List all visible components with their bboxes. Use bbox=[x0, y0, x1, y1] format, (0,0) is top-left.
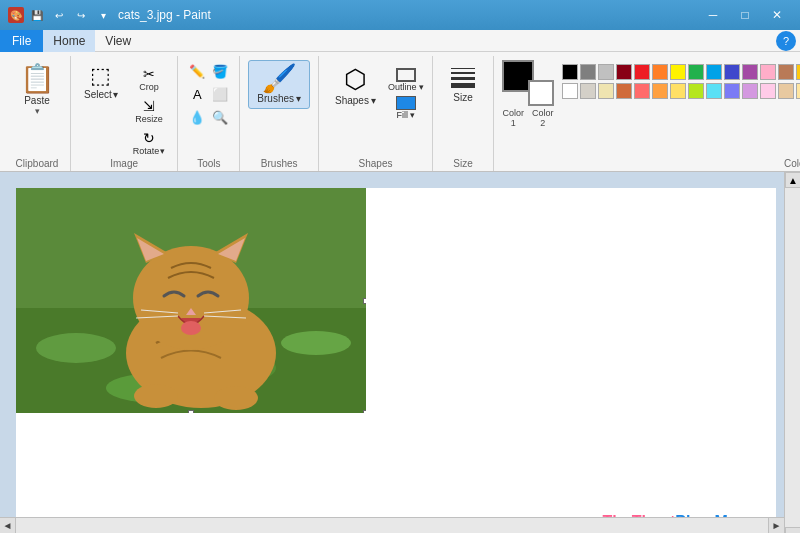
color-violet[interactable] bbox=[742, 83, 758, 99]
color1-label[interactable]: Color1 bbox=[502, 108, 524, 128]
undo-quick-btn[interactable]: ↩ bbox=[50, 6, 68, 24]
scroll-up-button[interactable]: ▲ bbox=[785, 172, 800, 188]
color-pink[interactable] bbox=[760, 64, 776, 80]
color-red[interactable] bbox=[634, 64, 650, 80]
quick-access-toolbar[interactable]: 🎨 💾 ↩ ↪ ▾ bbox=[8, 6, 112, 24]
color-lime[interactable] bbox=[688, 83, 704, 99]
rotate-button[interactable]: ↻ Rotate▾ bbox=[129, 128, 170, 158]
colorpicker-tool[interactable]: 💧 bbox=[186, 106, 208, 128]
resize-icon: ⇲ bbox=[143, 98, 155, 114]
color-darkblue[interactable] bbox=[724, 64, 740, 80]
help-button[interactable]: ? bbox=[776, 31, 796, 51]
window-title: cats_3.jpg - Paint bbox=[118, 8, 211, 22]
active-colors[interactable] bbox=[502, 60, 554, 106]
color-peach[interactable] bbox=[652, 83, 668, 99]
ribbon: 📋 Paste ▾ Clipboard ⬚ Select▾ ✂ Crop bbox=[0, 52, 800, 172]
pencil-tool[interactable]: ✏️ bbox=[186, 60, 208, 82]
color-brown[interactable] bbox=[778, 64, 794, 80]
color-gold[interactable] bbox=[796, 64, 800, 80]
svg-point-18 bbox=[134, 384, 178, 408]
color-orange[interactable] bbox=[652, 64, 668, 80]
color-blue[interactable] bbox=[706, 64, 722, 80]
scroll-left-button[interactable]: ◄ bbox=[0, 518, 16, 534]
scroll-right-button[interactable]: ► bbox=[768, 518, 784, 534]
colors-group-label: Colors bbox=[784, 158, 800, 171]
select-label: Select▾ bbox=[84, 89, 118, 100]
shapes-button[interactable]: ⬡ Shapes▾ bbox=[327, 60, 384, 110]
home-menu[interactable]: Home bbox=[43, 30, 95, 52]
color-palette bbox=[562, 60, 800, 99]
color-lightyellow2[interactable] bbox=[796, 83, 800, 99]
svg-point-19 bbox=[214, 386, 258, 410]
color-white[interactable] bbox=[562, 83, 578, 99]
redo-quick-btn[interactable]: ↪ bbox=[72, 6, 90, 24]
crop-label: Crop bbox=[139, 82, 159, 92]
magnifier-tool[interactable]: 🔍 bbox=[209, 106, 231, 128]
color2-box[interactable] bbox=[528, 80, 554, 106]
fill-icon bbox=[396, 96, 416, 110]
color-ltgray[interactable] bbox=[580, 83, 596, 99]
outline-button[interactable]: Outline ▾ bbox=[388, 68, 424, 92]
window-controls[interactable]: ─ □ ✕ bbox=[698, 5, 792, 25]
color-cyan[interactable] bbox=[706, 83, 722, 99]
shapes-label: Shapes▾ bbox=[335, 95, 376, 106]
color-tan[interactable] bbox=[778, 83, 794, 99]
fill-tool[interactable]: 🪣 bbox=[209, 60, 231, 82]
color-yellow[interactable] bbox=[670, 64, 686, 80]
color-row-1 bbox=[562, 64, 800, 80]
size-icon bbox=[447, 64, 479, 92]
color-purple[interactable] bbox=[742, 64, 758, 80]
fill-button[interactable]: Fill ▾ bbox=[388, 96, 424, 120]
customize-quick-btn[interactable]: ▾ bbox=[94, 6, 112, 24]
resize-handle-bottom-right[interactable] bbox=[363, 410, 366, 413]
vertical-scrollbar[interactable]: ▲ ▼ bbox=[784, 172, 800, 533]
paste-dropdown[interactable]: ▾ bbox=[35, 106, 40, 116]
color-lightyellow[interactable] bbox=[670, 83, 686, 99]
title-bar: 🎨 💾 ↩ ↪ ▾ cats_3.jpg - Paint ─ □ ✕ bbox=[0, 0, 800, 30]
view-menu[interactable]: View bbox=[95, 30, 141, 52]
horizontal-scrollbar[interactable]: ◄ ► bbox=[0, 517, 784, 533]
scroll-down-button[interactable]: ▼ bbox=[785, 527, 800, 533]
tools-grid: ✏️ 🪣 A ⬜ 💧 🔍 bbox=[186, 60, 231, 128]
close-button[interactable]: ✕ bbox=[762, 5, 792, 25]
canvas-area[interactable]: ThuThuatPhanMem.vn bbox=[0, 172, 784, 533]
resize-handle-right-middle[interactable] bbox=[363, 298, 366, 304]
color2-label[interactable]: Color2 bbox=[532, 108, 554, 128]
color-darkred[interactable] bbox=[616, 64, 632, 80]
color-silver[interactable] bbox=[598, 64, 614, 80]
color-cream[interactable] bbox=[598, 83, 614, 99]
color-terracotta[interactable] bbox=[616, 83, 632, 99]
cat-image-svg bbox=[16, 188, 366, 413]
color-lightpink[interactable] bbox=[760, 83, 776, 99]
resize-button[interactable]: ⇲ Resize bbox=[129, 96, 170, 126]
svg-point-2 bbox=[36, 333, 116, 363]
resize-handle-bottom-middle[interactable] bbox=[188, 410, 194, 413]
brushes-button[interactable]: 🖌️ Brushes▾ bbox=[248, 60, 310, 109]
rotate-label: Rotate▾ bbox=[133, 146, 166, 156]
drawing-surface[interactable] bbox=[16, 188, 776, 528]
text-tool[interactable]: A bbox=[186, 83, 208, 105]
menu-bar: File Home View ? bbox=[0, 30, 800, 52]
color-gray[interactable] bbox=[580, 64, 596, 80]
size-button[interactable]: Size bbox=[441, 60, 485, 107]
maximize-button[interactable]: □ bbox=[730, 5, 760, 25]
shapes-icon: ⬡ bbox=[344, 64, 367, 95]
image-container[interactable] bbox=[16, 188, 366, 413]
eraser-tool[interactable]: ⬜ bbox=[209, 83, 231, 105]
brushes-icon: 🖌️ bbox=[262, 65, 297, 93]
color-black[interactable] bbox=[562, 64, 578, 80]
minimize-button[interactable]: ─ bbox=[698, 5, 728, 25]
color-periwinkle[interactable] bbox=[724, 83, 740, 99]
crop-button[interactable]: ✂ Crop bbox=[129, 64, 170, 94]
select-button[interactable]: ⬚ Select▾ bbox=[79, 60, 123, 103]
select-icon: ⬚ bbox=[90, 63, 111, 89]
image-group-label: Image bbox=[110, 158, 138, 171]
color-salmon[interactable] bbox=[634, 83, 650, 99]
brushes-group: 🖌️ Brushes▾ Brushes bbox=[240, 56, 319, 171]
file-menu[interactable]: File bbox=[0, 30, 43, 52]
scroll-track[interactable] bbox=[785, 188, 800, 527]
app-icon: 🎨 bbox=[8, 7, 24, 23]
paste-button[interactable]: 📋 Paste ▾ bbox=[12, 60, 62, 118]
save-quick-btn[interactable]: 💾 bbox=[28, 6, 46, 24]
color-green[interactable] bbox=[688, 64, 704, 80]
